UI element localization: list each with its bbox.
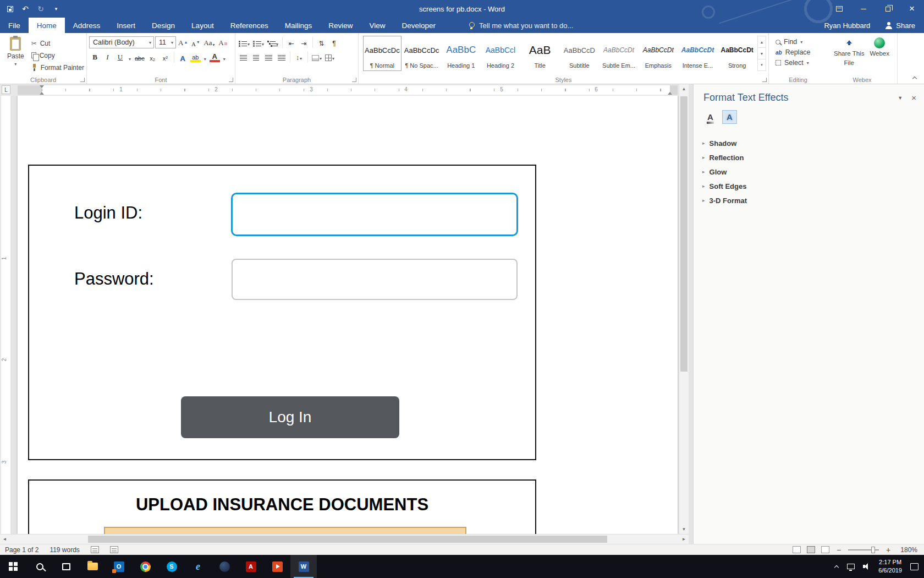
login-id-input[interactable] bbox=[231, 193, 518, 236]
clear-formatting-button[interactable]: A bbox=[217, 37, 229, 48]
acrobat-button[interactable]: A bbox=[238, 555, 264, 578]
clipboard-dialog-launcher[interactable] bbox=[80, 78, 85, 82]
skype-button[interactable]: S bbox=[158, 555, 185, 578]
customize-quick-access-button[interactable]: ▾ bbox=[52, 4, 61, 14]
tab-mailings[interactable]: Mailings bbox=[277, 18, 321, 33]
align-left-button[interactable] bbox=[238, 51, 249, 62]
vertical-scrollbar[interactable]: ▲ ▼ bbox=[679, 84, 689, 534]
tab-developer[interactable]: Developer bbox=[394, 18, 444, 33]
upload-field-box[interactable] bbox=[104, 527, 466, 534]
undo-button[interactable]: ↶ bbox=[21, 4, 30, 14]
font-color-options-button[interactable]: ▾ bbox=[222, 51, 227, 63]
section-reflection[interactable]: ▸ Reflection bbox=[699, 150, 924, 165]
taskbar-clock[interactable]: 2:17 PM 6/6/2019 bbox=[878, 558, 902, 575]
password-input[interactable] bbox=[232, 259, 518, 300]
font-size-select[interactable]: 11 ▾ bbox=[155, 36, 176, 48]
horizontal-scrollbar[interactable]: ◄ ► bbox=[0, 534, 689, 544]
superscript-button[interactable]: x² bbox=[160, 51, 171, 63]
section-glow[interactable]: ▸ Glow bbox=[699, 165, 924, 179]
multilevel-list-button[interactable]: ▾ bbox=[266, 36, 279, 48]
show-formatting-marks-button[interactable]: ¶ bbox=[328, 36, 340, 48]
redo-button[interactable]: ↻ bbox=[36, 4, 45, 14]
font-dialog-launcher[interactable] bbox=[229, 78, 233, 82]
close-button[interactable]: × bbox=[900, 0, 924, 18]
scroll-up-button[interactable]: ▲ bbox=[679, 84, 689, 94]
webex-app-button[interactable] bbox=[211, 555, 238, 578]
hanging-indent-marker[interactable] bbox=[40, 90, 44, 95]
word-button[interactable]: W bbox=[290, 555, 317, 578]
show-hidden-icons-button[interactable] bbox=[834, 564, 839, 569]
scroll-left-button[interactable]: ◄ bbox=[0, 535, 9, 544]
justify-button[interactable] bbox=[276, 51, 287, 62]
save-button[interactable] bbox=[6, 4, 14, 14]
macro-record-icon[interactable] bbox=[110, 546, 118, 553]
tab-layout[interactable]: Layout bbox=[183, 18, 222, 33]
gallery-scroll-down-button[interactable]: ▼ bbox=[758, 47, 766, 59]
underline-button[interactable]: U bbox=[114, 51, 126, 63]
paste-button[interactable]: Paste ▾ bbox=[4, 35, 27, 75]
web-layout-button[interactable] bbox=[821, 546, 829, 553]
zoom-level[interactable]: 180% bbox=[898, 546, 917, 554]
tab-stop-selector[interactable]: L bbox=[2, 85, 10, 94]
shading-button[interactable]: ▾ bbox=[311, 51, 323, 62]
log-in-button[interactable]: Log In bbox=[181, 396, 399, 438]
section-soft-edges[interactable]: ▸ Soft Edges bbox=[699, 179, 924, 193]
section-shadow[interactable]: ▸ Shadow bbox=[699, 136, 924, 150]
share-this-file-button[interactable]: Share This File bbox=[834, 37, 864, 67]
italic-button[interactable]: I bbox=[102, 51, 113, 63]
shrink-font-button[interactable]: A▼ bbox=[190, 37, 201, 48]
change-case-button[interactable]: Aa▾ bbox=[202, 37, 216, 48]
style-item-emphasis[interactable]: AaBbCcDt Emphasis bbox=[639, 36, 678, 71]
bold-button[interactable]: B bbox=[89, 51, 101, 63]
select-button[interactable]: Select ▾ bbox=[776, 59, 823, 67]
restore-button[interactable] bbox=[876, 0, 900, 18]
zoom-slider-thumb[interactable] bbox=[871, 547, 875, 553]
grow-font-button[interactable]: A▲ bbox=[177, 37, 189, 48]
style-item-heading1[interactable]: AaBbC Heading 1 bbox=[442, 36, 480, 71]
numbering-button[interactable]: ▾ bbox=[252, 36, 265, 48]
login-form-box[interactable]: Login ID: Password: Log In bbox=[28, 165, 536, 460]
decrease-indent-button[interactable]: ⇤ bbox=[285, 36, 297, 48]
zoom-slider[interactable] bbox=[848, 549, 879, 550]
text-effects-button[interactable]: A bbox=[177, 51, 189, 63]
webex-button[interactable]: Webex bbox=[870, 37, 889, 58]
zoom-out-button[interactable]: − bbox=[835, 546, 842, 554]
format-painter-button[interactable]: Format Painter bbox=[31, 63, 84, 72]
start-button[interactable] bbox=[0, 555, 26, 578]
taskbar-search-button[interactable] bbox=[26, 555, 53, 578]
task-pane-options-button[interactable]: ▼ bbox=[898, 95, 903, 101]
increase-indent-button[interactable]: ⇥ bbox=[298, 36, 310, 48]
text-highlight-button[interactable]: ab bbox=[190, 51, 201, 63]
signed-in-user[interactable]: Ryan Hubbard bbox=[824, 21, 870, 30]
style-item-strong[interactable]: AaBbCcDt Strong bbox=[718, 36, 756, 71]
style-item-no-spacing[interactable]: AaBbCcDc ¶ No Spac... bbox=[403, 36, 441, 71]
find-button[interactable]: Find ▾ bbox=[776, 38, 823, 46]
highlight-options-button[interactable]: ▾ bbox=[202, 51, 208, 63]
task-view-button[interactable] bbox=[53, 555, 79, 578]
tab-references[interactable]: References bbox=[222, 18, 277, 33]
horizontal-scroll-thumb[interactable] bbox=[88, 536, 607, 543]
outlook-button[interactable]: O bbox=[106, 555, 132, 578]
font-color-button[interactable]: A bbox=[209, 51, 221, 63]
media-player-button[interactable] bbox=[264, 555, 290, 578]
proofing-status-icon[interactable] bbox=[91, 546, 99, 553]
tab-file[interactable]: File bbox=[0, 18, 29, 33]
borders-button[interactable]: ▾ bbox=[324, 51, 336, 62]
style-item-subtle-emphasis[interactable]: AaBbCcDt Subtle Em... bbox=[600, 36, 638, 71]
tab-design[interactable]: Design bbox=[144, 18, 183, 33]
tell-me-box[interactable]: Tell me what you want to do... bbox=[468, 18, 573, 33]
task-pane-close-button[interactable]: × bbox=[911, 94, 916, 102]
read-mode-button[interactable] bbox=[793, 546, 801, 553]
copy-button[interactable]: Copy bbox=[31, 51, 84, 60]
tab-home[interactable]: Home bbox=[29, 18, 65, 33]
chrome-button[interactable] bbox=[132, 555, 158, 578]
styles-dialog-launcher[interactable] bbox=[762, 78, 767, 82]
volume-icon[interactable] bbox=[863, 563, 870, 570]
collapse-ribbon-button[interactable] bbox=[912, 76, 917, 80]
upload-documents-box[interactable]: UPLOAD INSURANCE DOCUMENTS bbox=[28, 479, 536, 534]
paragraph-dialog-launcher[interactable] bbox=[352, 78, 356, 82]
style-item-intense-emphasis[interactable]: AaBbCcDt Intense E... bbox=[679, 36, 717, 71]
tab-insert[interactable]: Insert bbox=[108, 18, 144, 33]
underline-options-button[interactable]: ▾ bbox=[127, 51, 133, 63]
minimize-button[interactable] bbox=[851, 0, 876, 18]
